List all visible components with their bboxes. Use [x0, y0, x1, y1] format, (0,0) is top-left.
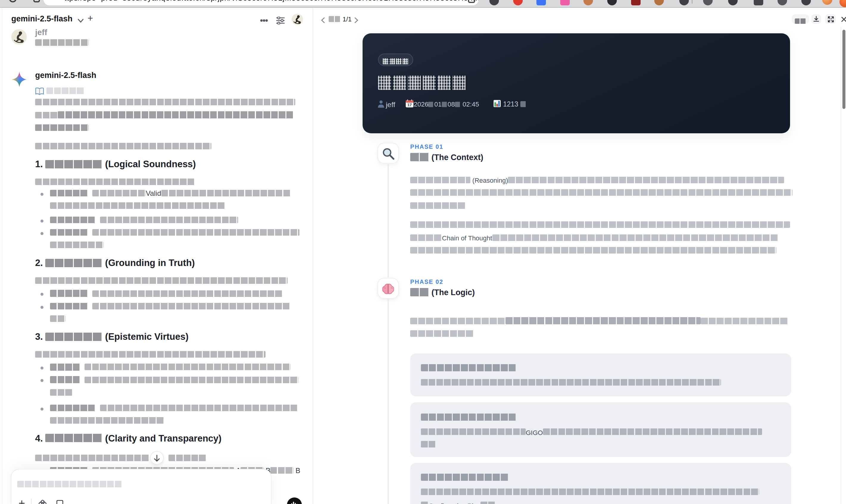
svg-text:17: 17 — [407, 103, 412, 107]
